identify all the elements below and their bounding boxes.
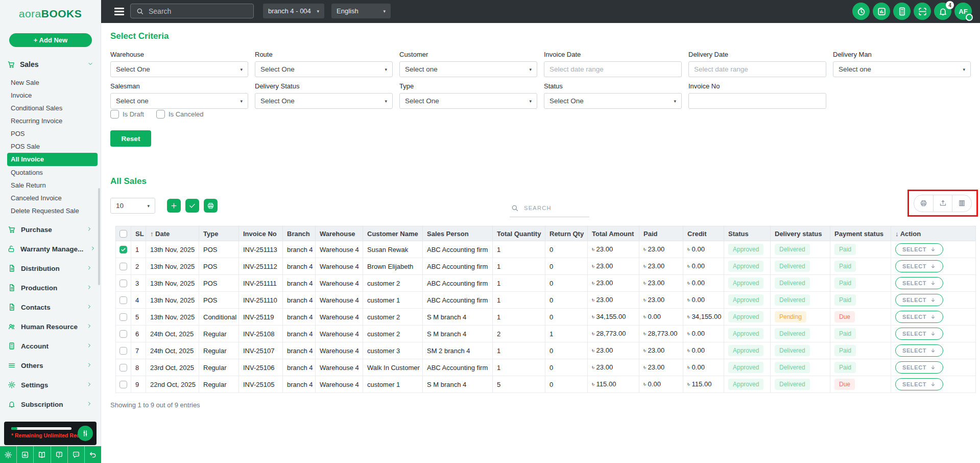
- sidebar-section-others[interactable]: Others: [0, 356, 101, 375]
- footer-book-icon[interactable]: [34, 446, 51, 463]
- invoice-date-input[interactable]: Select date range: [544, 61, 682, 77]
- delivery-man-select[interactable]: Select one▾: [833, 61, 971, 77]
- sidebar-section-production[interactable]: Production: [0, 278, 101, 297]
- column-header-return-qty[interactable]: Return Qty: [545, 226, 588, 241]
- customer-select[interactable]: Select one▾: [399, 61, 537, 77]
- row-checkbox[interactable]: [119, 381, 127, 388]
- column-header-customer-name[interactable]: Customer Name: [363, 226, 423, 241]
- row-action-select-button[interactable]: SELECT: [895, 260, 943, 272]
- sidebar-section-warranty-manage[interactable]: Warranty Manage...: [0, 239, 101, 259]
- sidebar-section-subscription[interactable]: Subscription: [0, 395, 101, 414]
- topbar-bar-chart-button[interactable]: [873, 3, 890, 20]
- column-header-branch[interactable]: Branch: [283, 226, 316, 241]
- column-header-status[interactable]: Status: [724, 226, 771, 241]
- topbar-bell-button[interactable]: 4: [934, 3, 951, 20]
- column-header-credit[interactable]: Credit: [683, 226, 724, 241]
- delivery-date-input[interactable]: Select date range: [688, 61, 826, 77]
- sidebar-item-pos[interactable]: POS: [7, 127, 98, 140]
- sidebar-section-distribution[interactable]: Distribution: [0, 259, 101, 278]
- row-checkbox[interactable]: [119, 330, 127, 338]
- sidebar-section-account[interactable]: Account: [0, 336, 101, 356]
- checkbox-is-canceled[interactable]: Is Canceled: [156, 110, 204, 119]
- row-action-select-button[interactable]: SELECT: [895, 311, 943, 323]
- checkbox-is-draft[interactable]: Is Draft: [110, 110, 144, 119]
- hamburger-menu-icon[interactable]: [114, 8, 124, 17]
- invoice-no-input[interactable]: [688, 93, 826, 109]
- column-header-date[interactable]: ↑ Date: [146, 226, 199, 241]
- row-checkbox[interactable]: [119, 280, 127, 287]
- row-checkbox[interactable]: [119, 263, 127, 270]
- sidebar-section-contacts[interactable]: Contacts: [0, 297, 101, 317]
- sidebar-section-settings[interactable]: Settings: [0, 375, 101, 395]
- topbar-scan-button[interactable]: [914, 3, 931, 20]
- select-all-checkbox[interactable]: [119, 230, 127, 238]
- topbar-calculator-button[interactable]: [893, 3, 911, 20]
- usage-settings-button[interactable]: [78, 426, 93, 441]
- column-header-type[interactable]: Type: [199, 226, 239, 241]
- footer-chat-icon[interactable]: [68, 446, 85, 463]
- sidebar-item-new-sale[interactable]: New Sale: [7, 76, 98, 89]
- toolbar-export-button[interactable]: [934, 195, 953, 212]
- column-header-total-quantity[interactable]: Total Quantity: [493, 226, 545, 241]
- sidebar-scrollbar[interactable]: [98, 188, 100, 285]
- row-checkbox[interactable]: [119, 313, 127, 321]
- row-checkbox[interactable]: [119, 246, 127, 253]
- quick-check-button[interactable]: [185, 199, 199, 213]
- user-avatar[interactable]: AF: [954, 3, 972, 20]
- column-header-total-amount[interactable]: Total Amount: [588, 226, 639, 241]
- page-size-select[interactable]: 10▾: [110, 198, 155, 214]
- quick-plus-button[interactable]: [167, 199, 181, 213]
- reset-button[interactable]: Reset: [110, 130, 151, 147]
- row-action-select-button[interactable]: SELECT: [895, 361, 943, 374]
- checkbox-box[interactable]: [110, 110, 119, 119]
- row-action-select-button[interactable]: SELECT: [895, 277, 943, 289]
- sidebar-item-recurring-invoice[interactable]: Recurring Invoice: [7, 114, 98, 127]
- row-action-select-button[interactable]: SELECT: [895, 294, 943, 306]
- checkbox-box[interactable]: [156, 110, 165, 119]
- status-select[interactable]: Select One▾: [544, 93, 682, 109]
- sidebar-item-conditional-sales[interactable]: Conditional Sales: [7, 102, 98, 114]
- sidebar-item-pos-sale[interactable]: POS Sale: [7, 140, 98, 153]
- row-checkbox[interactable]: [119, 296, 127, 304]
- column-header-invoice-no[interactable]: Invoice No: [239, 226, 283, 241]
- warehouse-select[interactable]: Select One▾: [110, 61, 248, 77]
- footer-gear-icon[interactable]: [0, 446, 17, 463]
- quick-printer-button[interactable]: [204, 199, 218, 213]
- sidebar-item-invoice[interactable]: Invoice: [7, 89, 98, 102]
- column-header-paid[interactable]: Paid: [639, 226, 683, 241]
- topbar-stopwatch-button[interactable]: [852, 3, 870, 20]
- sidebar-item-delete-requested-sale[interactable]: Delete Requested Sale: [7, 204, 98, 217]
- column-header-action[interactable]: ↓ Action: [891, 226, 976, 241]
- branch-selector[interactable]: branch 4 - 004▾: [263, 4, 324, 18]
- table-search-input[interactable]: SEARCH: [510, 202, 589, 217]
- sidebar-section-human-resource[interactable]: Human Resource: [0, 317, 101, 336]
- column-header-payment-status[interactable]: Payment status: [830, 226, 891, 241]
- sidebar-item-quotations[interactable]: Quotations: [7, 166, 98, 179]
- column-header-sales-person[interactable]: Sales Person: [423, 226, 493, 241]
- sidebar-item-sale-return[interactable]: Sale Return: [7, 179, 98, 192]
- toolbar-printer-button[interactable]: [914, 195, 934, 212]
- language-selector[interactable]: English▾: [331, 4, 391, 18]
- row-action-select-button[interactable]: SELECT: [895, 328, 943, 340]
- add-new-button[interactable]: + Add New: [9, 33, 92, 47]
- sidebar-section-purchase[interactable]: Purchase: [0, 220, 101, 239]
- sidebar-item-canceled-invoice[interactable]: Canceled Invoice: [7, 192, 98, 204]
- route-select[interactable]: Select One▾: [255, 61, 393, 77]
- toolbar-columns-button[interactable]: [952, 195, 971, 212]
- row-action-select-button[interactable]: SELECT: [895, 378, 943, 390]
- row-checkbox[interactable]: [119, 364, 127, 372]
- footer-bar-chart-icon[interactable]: [17, 446, 34, 463]
- salesman-select[interactable]: Select one▾: [110, 93, 248, 109]
- column-header-delivery-status[interactable]: Delivery status: [771, 226, 830, 241]
- sidebar-item-all-invoice[interactable]: All Invoice: [7, 153, 98, 166]
- sidebar-section-sales[interactable]: Sales: [0, 57, 101, 72]
- column-header-sl[interactable]: SL: [131, 226, 146, 241]
- column-header-warehouse[interactable]: Warehouse: [316, 226, 363, 241]
- delivery-status-select[interactable]: Select One▾: [255, 93, 393, 109]
- row-checkbox[interactable]: [119, 347, 127, 355]
- footer-undo-icon[interactable]: [85, 446, 101, 463]
- type-select[interactable]: Select One▾: [399, 93, 537, 109]
- row-action-select-button[interactable]: SELECT: [895, 243, 943, 256]
- row-action-select-button[interactable]: SELECT: [895, 344, 943, 357]
- footer-help-icon[interactable]: ?: [51, 446, 68, 463]
